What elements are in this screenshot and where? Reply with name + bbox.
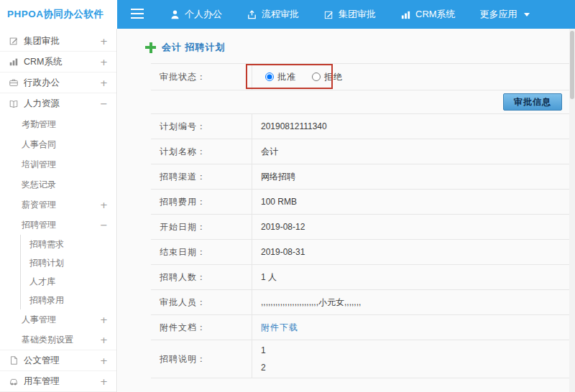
table-row-approvers: 审批人员： ,,,,,,,,,,,,,,,,,,,,,,,,小元女,,,,,,,: [151, 290, 569, 315]
sidebar-item-documents[interactable]: 公文管理 +: [0, 350, 116, 371]
row-value: 2019-08-31: [252, 240, 569, 264]
nav-label: 集团审批: [339, 8, 376, 21]
sidebar-item-attendance[interactable]: 考勤管理: [0, 114, 116, 134]
collapse-icon[interactable]: −: [100, 220, 108, 230]
sidebar-item-recruit-plan[interactable]: 招聘计划: [21, 253, 116, 272]
description-line: 2: [261, 359, 266, 376]
bar-chart-icon: [400, 9, 411, 20]
expand-icon[interactable]: +: [100, 200, 108, 210]
row-value: ,,,,,,,,,,,,,,,,,,,,,,,,小元女,,,,,,,: [252, 290, 569, 314]
row-label: 结束日期：: [151, 240, 252, 264]
expand-icon[interactable]: +: [100, 57, 108, 67]
row-label: 招聘费用：: [151, 190, 252, 214]
attachment-download-link[interactable]: 附件下载: [261, 322, 298, 332]
row-value: 1 2: [252, 340, 569, 378]
recruit-submenu: 招聘需求 招聘计划 人才库 招聘录用: [20, 235, 116, 309]
status-options: 批准 拒绝: [252, 64, 569, 90]
edit-square-icon: [9, 36, 19, 46]
radio-reject[interactable]: 拒绝: [312, 72, 343, 82]
sidebar-item-rewards[interactable]: 奖惩记录: [0, 174, 116, 195]
recruit-plan-detail-table: 审批状态： 批准 拒绝 审批信息 计划: [151, 63, 569, 378]
vertical-scrollbar[interactable]: [569, 29, 575, 392]
sidebar-item-hr[interactable]: 人力资源 −: [0, 93, 116, 114]
add-icon: [145, 42, 156, 53]
expand-icon[interactable]: +: [100, 355, 108, 366]
expand-icon[interactable]: +: [100, 36, 108, 47]
car-icon: [9, 376, 19, 386]
row-value: 1 人: [252, 265, 569, 289]
sidebar-item-talent-pool[interactable]: 人才库: [21, 272, 116, 291]
app-window: PHPOA协同办公软件 个人办公 流程审批: [0, 0, 575, 29]
approval-info-button[interactable]: 审批信息: [503, 93, 562, 111]
row-label: 招聘说明：: [151, 340, 252, 378]
expand-icon[interactable]: +: [100, 376, 108, 387]
page-header: 会计 招聘计划: [118, 29, 575, 55]
nav-process-approval[interactable]: 流程审批: [234, 0, 311, 29]
sidebar-item-admin-office[interactable]: 行政办公 +: [0, 73, 116, 93]
row-value: 100 RMB: [252, 190, 569, 214]
sidebar-item-recruit-need[interactable]: 招聘需求: [21, 235, 116, 253]
hamburger-icon: [131, 9, 144, 21]
sidebar-item-label: 用车管理: [24, 375, 100, 388]
nav-more-apps[interactable]: 更多应用: [468, 0, 542, 29]
sidebar-item-personnel-mgmt[interactable]: 人事管理 +: [0, 309, 116, 330]
row-label: 开始日期：: [151, 215, 252, 239]
description-line: 1: [261, 342, 266, 359]
caret-down-icon: [524, 13, 530, 17]
sidebar-item-hr-contract[interactable]: 人事合同: [0, 134, 116, 154]
table-row-attachment: 附件文档： 附件下载: [151, 315, 569, 340]
page-title: 会计 招聘计划: [162, 41, 226, 54]
radio-approve-label: 批准: [277, 72, 296, 82]
bar-chart-icon: [9, 57, 19, 67]
table-row-end-date: 结束日期： 2019-08-31: [151, 240, 569, 265]
sidebar-item-group-approval[interactable]: 集团审批 +: [0, 31, 116, 52]
row-label: 计划编号：: [151, 114, 252, 139]
table-row-channel: 招聘渠道： 网络招聘: [151, 164, 569, 190]
main-content: 会计 招聘计划 审批状态： 批准 拒绝: [118, 29, 575, 392]
expand-icon[interactable]: +: [100, 335, 108, 345]
book-icon: [9, 99, 19, 109]
sidebar: 集团审批 + CRM系统 + 行政办公 + 人力资源 −: [0, 29, 117, 392]
radio-reject-label: 拒绝: [324, 72, 343, 82]
button-row: 审批信息: [151, 90, 569, 114]
table-row-plan-no: 计划编号： 20190812111340: [151, 114, 569, 139]
table-row-start-date: 开始日期： 2019-08-12: [151, 215, 569, 240]
radio-approve[interactable]: 批准: [265, 72, 296, 82]
expand-icon[interactable]: +: [100, 314, 108, 325]
nav-group-approval[interactable]: 集团审批: [311, 0, 388, 29]
top-nav-area: 个人办公 流程审批 集团审批: [117, 0, 542, 29]
sidebar-item-recruit-mgmt[interactable]: 招聘管理 −: [0, 215, 116, 235]
status-label: 审批状态：: [151, 64, 252, 90]
table-row-description: 招聘说明： 1 2: [151, 340, 569, 378]
sidebar-item-recruit-hire[interactable]: 招聘录用: [21, 291, 116, 309]
edit-square-icon: [323, 9, 334, 20]
row-label: 附件文档：: [151, 315, 252, 340]
sidebar-item-crm[interactable]: CRM系统 +: [0, 52, 116, 73]
row-label: 招聘渠道：: [151, 164, 252, 189]
sidebar-item-label: 行政办公: [24, 77, 100, 89]
app-logo: PHPOA协同办公软件: [0, 0, 117, 29]
sidebar-item-label: 集团审批: [24, 35, 100, 47]
radio-approve-input[interactable]: [265, 73, 274, 81]
nav-personal-office[interactable]: 个人办公: [157, 0, 234, 29]
sidebar-item-training[interactable]: 培训管理: [0, 154, 116, 174]
briefcase-icon: [9, 78, 19, 88]
collapse-icon[interactable]: −: [100, 98, 108, 109]
status-row: 审批状态： 批准 拒绝: [151, 64, 569, 90]
menu-toggle-button[interactable]: [117, 0, 157, 29]
row-label: 审批人员：: [151, 290, 252, 314]
sidebar-item-salary[interactable]: 薪资管理 +: [0, 195, 116, 215]
row-label: 招聘人数：: [151, 265, 252, 289]
sidebar-item-label: 人力资源: [24, 98, 100, 110]
row-value: 20190812111340: [252, 114, 569, 139]
nav-label: 个人办公: [185, 8, 222, 21]
row-label: 计划名称：: [151, 139, 252, 164]
person-icon: [170, 9, 180, 20]
sidebar-item-vehicle[interactable]: 用车管理 +: [0, 371, 116, 392]
top-navigation: 个人办公 流程审批 集团审批: [157, 0, 542, 29]
sidebar-item-base-category[interactable]: 基础类别设置 +: [0, 330, 116, 350]
scrollbar-thumb[interactable]: [570, 31, 574, 99]
radio-reject-input[interactable]: [312, 73, 321, 81]
nav-crm-system[interactable]: CRM系统: [388, 0, 468, 29]
expand-icon[interactable]: +: [100, 78, 108, 88]
